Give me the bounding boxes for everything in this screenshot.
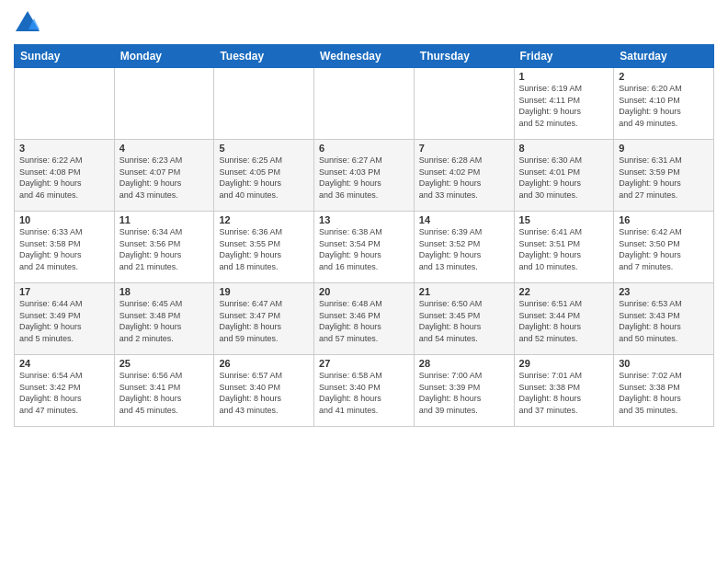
calendar-cell: 16Sunrise: 6:42 AM Sunset: 3:50 PM Dayli…	[614, 212, 714, 283]
calendar-cell: 28Sunrise: 7:00 AM Sunset: 3:39 PM Dayli…	[414, 355, 514, 427]
calendar-cell: 10Sunrise: 6:33 AM Sunset: 3:58 PM Dayli…	[15, 212, 115, 283]
day-number: 6	[319, 143, 409, 154]
day-number: 15	[519, 214, 609, 225]
day-number: 27	[319, 358, 409, 369]
day-number: 21	[419, 286, 509, 297]
day-info: Sunrise: 6:39 AM Sunset: 3:52 PM Dayligh…	[419, 226, 509, 272]
day-number: 2	[619, 71, 709, 82]
calendar-cell: 17Sunrise: 6:44 AM Sunset: 3:49 PM Dayli…	[15, 283, 115, 355]
day-info: Sunrise: 6:22 AM Sunset: 4:08 PM Dayligh…	[19, 155, 109, 201]
calendar-cell: 6Sunrise: 6:27 AM Sunset: 4:03 PM Daylig…	[314, 140, 415, 212]
calendar-cell: 29Sunrise: 7:01 AM Sunset: 3:38 PM Dayli…	[514, 355, 614, 427]
calendar-cell: 27Sunrise: 6:58 AM Sunset: 3:40 PM Dayli…	[314, 355, 415, 427]
day-info: Sunrise: 6:56 AM Sunset: 3:41 PM Dayligh…	[119, 370, 210, 416]
col-header-thursday: Thursday	[414, 45, 514, 68]
day-info: Sunrise: 6:36 AM Sunset: 3:55 PM Dayligh…	[219, 226, 309, 272]
day-info: Sunrise: 6:48 AM Sunset: 3:46 PM Dayligh…	[319, 298, 409, 344]
col-header-monday: Monday	[114, 45, 214, 68]
calendar-cell: 13Sunrise: 6:38 AM Sunset: 3:54 PM Dayli…	[314, 212, 415, 283]
day-number: 13	[319, 214, 409, 225]
day-info: Sunrise: 6:31 AM Sunset: 3:59 PM Dayligh…	[619, 155, 709, 201]
logo	[14, 9, 45, 37]
calendar-cell: 4Sunrise: 6:23 AM Sunset: 4:07 PM Daylig…	[114, 140, 214, 212]
col-header-sunday: Sunday	[15, 45, 115, 68]
day-number: 23	[619, 286, 709, 297]
calendar-cell	[314, 68, 415, 140]
logo-icon	[14, 9, 41, 37]
calendar-cell: 22Sunrise: 6:51 AM Sunset: 3:44 PM Dayli…	[514, 283, 614, 355]
calendar-week-2: 3Sunrise: 6:22 AM Sunset: 4:08 PM Daylig…	[15, 140, 714, 212]
day-info: Sunrise: 6:19 AM Sunset: 4:11 PM Dayligh…	[519, 83, 609, 129]
day-info: Sunrise: 6:30 AM Sunset: 4:01 PM Dayligh…	[519, 155, 609, 201]
day-number: 16	[619, 214, 709, 225]
day-number: 28	[419, 358, 509, 369]
day-number: 17	[19, 286, 109, 297]
calendar-cell: 7Sunrise: 6:28 AM Sunset: 4:02 PM Daylig…	[414, 140, 514, 212]
calendar-cell: 30Sunrise: 7:02 AM Sunset: 3:38 PM Dayli…	[614, 355, 714, 427]
calendar-cell: 5Sunrise: 6:25 AM Sunset: 4:05 PM Daylig…	[214, 140, 314, 212]
calendar-week-4: 17Sunrise: 6:44 AM Sunset: 3:49 PM Dayli…	[15, 283, 714, 355]
day-number: 25	[119, 358, 210, 369]
calendar-cell: 14Sunrise: 6:39 AM Sunset: 3:52 PM Dayli…	[414, 212, 514, 283]
day-number: 4	[119, 143, 210, 154]
day-info: Sunrise: 7:02 AM Sunset: 3:38 PM Dayligh…	[619, 370, 709, 416]
day-number: 7	[419, 143, 509, 154]
calendar-cell: 3Sunrise: 6:22 AM Sunset: 4:08 PM Daylig…	[15, 140, 115, 212]
day-info: Sunrise: 6:54 AM Sunset: 3:42 PM Dayligh…	[19, 370, 109, 416]
day-info: Sunrise: 7:00 AM Sunset: 3:39 PM Dayligh…	[419, 370, 509, 416]
calendar-cell: 12Sunrise: 6:36 AM Sunset: 3:55 PM Dayli…	[214, 212, 314, 283]
calendar-cell: 24Sunrise: 6:54 AM Sunset: 3:42 PM Dayli…	[15, 355, 115, 427]
col-header-tuesday: Tuesday	[214, 45, 314, 68]
calendar-cell: 19Sunrise: 6:47 AM Sunset: 3:47 PM Dayli…	[214, 283, 314, 355]
calendar-cell: 9Sunrise: 6:31 AM Sunset: 3:59 PM Daylig…	[614, 140, 714, 212]
day-info: Sunrise: 6:50 AM Sunset: 3:45 PM Dayligh…	[419, 298, 509, 344]
day-info: Sunrise: 7:01 AM Sunset: 3:38 PM Dayligh…	[519, 370, 609, 416]
calendar-cell: 21Sunrise: 6:50 AM Sunset: 3:45 PM Dayli…	[414, 283, 514, 355]
calendar-cell: 11Sunrise: 6:34 AM Sunset: 3:56 PM Dayli…	[114, 212, 214, 283]
day-info: Sunrise: 6:58 AM Sunset: 3:40 PM Dayligh…	[319, 370, 409, 416]
calendar-cell: 18Sunrise: 6:45 AM Sunset: 3:48 PM Dayli…	[114, 283, 214, 355]
day-number: 11	[119, 214, 210, 225]
day-info: Sunrise: 6:33 AM Sunset: 3:58 PM Dayligh…	[19, 226, 109, 272]
day-info: Sunrise: 6:47 AM Sunset: 3:47 PM Dayligh…	[219, 298, 309, 344]
day-info: Sunrise: 6:51 AM Sunset: 3:44 PM Dayligh…	[519, 298, 609, 344]
day-info: Sunrise: 6:42 AM Sunset: 3:50 PM Dayligh…	[619, 226, 709, 272]
day-info: Sunrise: 6:38 AM Sunset: 3:54 PM Dayligh…	[319, 226, 409, 272]
day-number: 1	[519, 71, 609, 82]
calendar-cell: 23Sunrise: 6:53 AM Sunset: 3:43 PM Dayli…	[614, 283, 714, 355]
calendar-cell: 8Sunrise: 6:30 AM Sunset: 4:01 PM Daylig…	[514, 140, 614, 212]
col-header-friday: Friday	[514, 45, 614, 68]
calendar-cell: 26Sunrise: 6:57 AM Sunset: 3:40 PM Dayli…	[214, 355, 314, 427]
calendar-cell: 1Sunrise: 6:19 AM Sunset: 4:11 PM Daylig…	[514, 68, 614, 140]
calendar-week-3: 10Sunrise: 6:33 AM Sunset: 3:58 PM Dayli…	[15, 212, 714, 283]
calendar-cell: 2Sunrise: 6:20 AM Sunset: 4:10 PM Daylig…	[614, 68, 714, 140]
calendar-week-1: 1Sunrise: 6:19 AM Sunset: 4:11 PM Daylig…	[15, 68, 714, 140]
page: SundayMondayTuesdayWednesdayThursdayFrid…	[0, 0, 728, 563]
col-header-wednesday: Wednesday	[314, 45, 415, 68]
day-number: 22	[519, 286, 609, 297]
calendar-cell: 20Sunrise: 6:48 AM Sunset: 3:46 PM Dayli…	[314, 283, 415, 355]
day-info: Sunrise: 6:25 AM Sunset: 4:05 PM Dayligh…	[219, 155, 309, 201]
day-number: 12	[219, 214, 309, 225]
day-info: Sunrise: 6:28 AM Sunset: 4:02 PM Dayligh…	[419, 155, 509, 201]
day-info: Sunrise: 6:23 AM Sunset: 4:07 PM Dayligh…	[119, 155, 210, 201]
calendar-cell: 25Sunrise: 6:56 AM Sunset: 3:41 PM Dayli…	[114, 355, 214, 427]
day-info: Sunrise: 6:57 AM Sunset: 3:40 PM Dayligh…	[219, 370, 309, 416]
day-info: Sunrise: 6:41 AM Sunset: 3:51 PM Dayligh…	[519, 226, 609, 272]
day-number: 24	[19, 358, 109, 369]
day-number: 5	[219, 143, 309, 154]
day-number: 10	[19, 214, 109, 225]
day-info: Sunrise: 6:27 AM Sunset: 4:03 PM Dayligh…	[319, 155, 409, 201]
calendar-cell	[114, 68, 214, 140]
day-number: 20	[319, 286, 409, 297]
calendar-cell: 15Sunrise: 6:41 AM Sunset: 3:51 PM Dayli…	[514, 212, 614, 283]
day-info: Sunrise: 6:20 AM Sunset: 4:10 PM Dayligh…	[619, 83, 709, 129]
day-number: 26	[219, 358, 309, 369]
day-number: 8	[519, 143, 609, 154]
calendar-table: SundayMondayTuesdayWednesdayThursdayFrid…	[14, 44, 714, 427]
day-number: 9	[619, 143, 709, 154]
day-number: 29	[519, 358, 609, 369]
calendar-cell	[214, 68, 314, 140]
col-header-saturday: Saturday	[614, 45, 714, 68]
day-number: 18	[119, 286, 210, 297]
